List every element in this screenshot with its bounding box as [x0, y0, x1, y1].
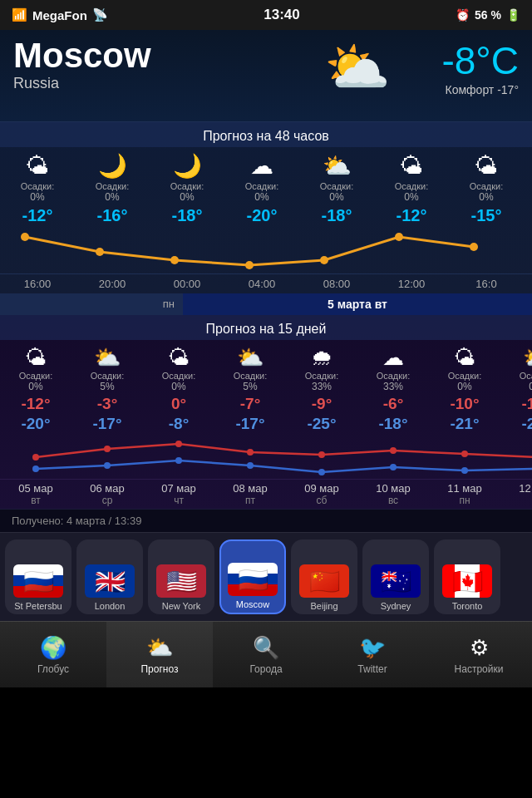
day-date: 11 мар — [429, 482, 500, 495]
svg-point-19 — [390, 464, 397, 470]
tab-bar[interactable]: 🌍 Глобус ⛅ Прогноз 🔍 Города 🐦 Twitter ⚙ … — [0, 621, 532, 687]
day-item: 🌤 Осадки: 0% -12° -20° — [0, 345, 71, 434]
svg-point-12 — [390, 447, 397, 454]
svg-point-17 — [247, 462, 254, 469]
tab-прогноз[interactable]: ⛅ Прогноз — [106, 622, 213, 687]
city-switcher[interactable]: 🇷🇺 St Petersbu 🇬🇧 London 🇺🇸 New York 🇷🇺 … — [0, 532, 532, 621]
city-flag: 🇺🇸 — [156, 564, 206, 598]
day-item: ⛅ Осадки: 5% -7° -17° — [214, 345, 286, 434]
hour-time: 04:00 — [224, 274, 299, 293]
day-item: ☁ Осадки: 33% -6° -18° — [357, 345, 429, 434]
hour-item: ☁ Осадки: 0% -20° — [224, 152, 299, 229]
hour-item: 🌙 Осадки: 0% -18° — [150, 152, 224, 229]
tab-icon: ⛅ — [146, 635, 173, 661]
tab-label: Глобус — [37, 663, 69, 675]
city-thumb[interactable]: 🇷🇺 Moscow — [219, 539, 286, 614]
hour-precip-label: Осадки: — [320, 181, 354, 191]
day-sep-right: 5 марта вт — [183, 293, 532, 315]
city-thumb[interactable]: 🇬🇧 London — [76, 539, 143, 614]
city-thumb[interactable]: 🇨🇳 Beijing — [291, 539, 357, 614]
hour-icon: 🌙 — [173, 152, 202, 180]
carrier-name: MegaFon — [32, 8, 87, 22]
day-dow: ср — [71, 495, 143, 506]
svg-point-11 — [318, 451, 325, 458]
city-thumb[interactable]: 🇨🇦 Toronto — [434, 539, 500, 614]
svg-point-18 — [318, 469, 325, 475]
hour-temp: -18° — [322, 206, 352, 225]
tab-icon: 🔍 — [253, 635, 279, 661]
day-precip-label: Осадки: — [520, 371, 532, 381]
day-sep-left: пн — [0, 293, 183, 315]
hour-precip-label: Осадки: — [245, 181, 279, 191]
day-icon: ⛅ — [237, 345, 264, 371]
svg-point-1 — [96, 248, 104, 256]
city-label: Toronto — [451, 598, 485, 614]
svg-point-14 — [32, 466, 39, 472]
hour-item: 🌤 Осадки: 0% -12° — [374, 152, 449, 229]
hour-precip-label: Осадки: — [96, 181, 130, 191]
svg-point-13 — [461, 451, 468, 457]
comfort-temp: Комфорт -17° — [441, 83, 519, 96]
hour-time: 20:00 — [75, 274, 150, 293]
city-label: New York — [160, 598, 202, 614]
forecast-48-title: Прогноз на 48 часов — [0, 122, 532, 147]
tab-города[interactable]: 🔍 Города — [213, 622, 319, 687]
day-high: -9° — [312, 395, 332, 413]
hourly-scroll: 🌤 Осадки: 0% -12° 🌙 Осадки: 0% -16° 🌙 Ос… — [0, 147, 532, 229]
tab-глобус[interactable]: 🌍 Глобус — [0, 622, 106, 687]
city-thumb[interactable]: 🇷🇺 St Petersbu — [5, 539, 71, 614]
hour-temp: -20° — [247, 206, 278, 225]
updated-info: Получено: 4 марта / 13:39 — [0, 509, 532, 532]
svg-point-8 — [104, 446, 111, 452]
day-precip-label: Осадки: — [234, 371, 268, 381]
svg-point-4 — [320, 256, 328, 264]
hour-time: 08:00 — [299, 274, 374, 293]
svg-point-0 — [21, 233, 29, 241]
hour-precip-val: 0% — [180, 191, 194, 203]
svg-point-2 — [170, 256, 179, 264]
day-low: -25° — [307, 415, 336, 433]
city-flag: 🇷🇺 — [228, 563, 278, 596]
city-thumb[interactable]: 🇺🇸 New York — [148, 539, 214, 614]
hour-icon: 🌤 — [475, 152, 498, 180]
day-icon: ☁ — [382, 345, 404, 371]
weather-icon-main: ⛅ — [324, 37, 391, 99]
main-header: Moscow Russia ⛅ -8°C Комфорт -17° — [0, 30, 532, 121]
day-precip-label: Осадки: — [162, 371, 196, 381]
day-precip-val: 5% — [243, 381, 257, 392]
day-dow: вт — [500, 495, 532, 506]
day-date: 05 мар — [0, 482, 71, 495]
svg-point-7 — [32, 454, 39, 461]
tab-настройки[interactable]: ⚙ Настройки — [426, 622, 532, 687]
day-low: -20° — [521, 415, 532, 433]
day-low: -8° — [169, 415, 190, 433]
day-precip-label: Осадки: — [448, 371, 482, 381]
svg-point-6 — [470, 243, 478, 251]
svg-point-20 — [461, 467, 468, 474]
status-battery: ⏰ 56 % 🔋 — [456, 8, 520, 22]
tab-twitter[interactable]: 🐦 Twitter — [319, 622, 426, 687]
forecast-15-title: Прогноз на 15 дней — [0, 315, 532, 340]
status-time: 13:40 — [264, 7, 299, 23]
tab-label: Настройки — [455, 663, 504, 675]
temp-display: -8°C Комфорт -17° — [441, 38, 519, 96]
day-date: 10 мар — [357, 482, 429, 495]
day-precip-label: Осадки: — [305, 371, 339, 381]
day-dow: вс — [357, 495, 429, 506]
day-high: -10° — [450, 395, 479, 413]
day-high: -12° — [521, 395, 532, 413]
day-precip-val: 33% — [312, 381, 332, 392]
day-date: 12 мар — [500, 482, 532, 495]
city-flag: 🇨🇳 — [299, 564, 349, 598]
hour-temp: -18° — [172, 206, 203, 225]
day-label: 12 мар вт — [500, 480, 532, 509]
day-high: -3° — [97, 395, 118, 413]
day-item: ⛅ Осадки: 0% -12° -20° — [500, 345, 532, 434]
day-item: ⛅ Осадки: 5% -3° -17° — [71, 345, 143, 434]
hour-time: 12:00 — [374, 274, 449, 293]
battery-percent: 56 % — [475, 8, 501, 22]
day-high: 0° — [171, 395, 186, 413]
day-dow: сб — [286, 495, 357, 506]
day-precip-label: Осадки: — [91, 371, 125, 381]
city-thumb[interactable]: 🇦🇺 Sydney — [362, 539, 429, 614]
